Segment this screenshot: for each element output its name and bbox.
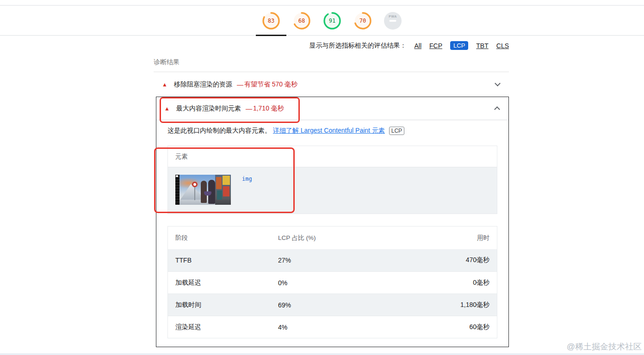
phase-table-head: 阶段 LCP 占比 (%) 用时 bbox=[168, 226, 497, 249]
audit-value: 1,710 毫秒 bbox=[253, 104, 284, 113]
element-table-header: 元素 bbox=[168, 146, 497, 167]
metric-filter-options: AllFCPLCPTBTCLS bbox=[414, 41, 509, 50]
chevron-up-icon[interactable] bbox=[494, 106, 500, 112]
gauge-best-practices[interactable]: 91 bbox=[323, 12, 341, 30]
phase-percent-cell: 69% bbox=[278, 301, 404, 309]
percent-col-header: LCP 占比 (%) bbox=[278, 234, 404, 242]
audit-separator: — bbox=[237, 81, 243, 88]
phase-percent-cell: 4% bbox=[278, 324, 404, 331]
metric-filter-option-all[interactable]: All bbox=[414, 42, 421, 49]
phase-timing-cell: 60毫秒 bbox=[404, 323, 497, 331]
warning-triangle-icon: ▲ bbox=[162, 82, 167, 87]
audit-title: 最大内容渲染时间元素 bbox=[176, 104, 241, 113]
phase-timing-cell: 470毫秒 bbox=[404, 256, 497, 264]
metric-filter-option-tbt[interactable]: TBT bbox=[476, 42, 488, 49]
metric-filter-label: 显示与所选指标相关的评估结果： bbox=[309, 42, 406, 50]
gauge-score: 68 bbox=[292, 12, 311, 30]
element-table-row: img bbox=[168, 167, 497, 214]
phase-percent-cell: 0% bbox=[278, 279, 404, 287]
audit-separator: — bbox=[246, 105, 252, 112]
phase-name-cell: TTFB bbox=[168, 257, 278, 264]
lcp-chip: LCP bbox=[389, 127, 404, 135]
phase-col-header: 阶段 bbox=[168, 234, 278, 242]
gauge-seo[interactable]: 70 bbox=[353, 12, 372, 30]
description-text: 这是此视口内绘制的最大内容元素。 bbox=[167, 127, 271, 134]
lcp-element-thumbnail bbox=[175, 175, 231, 205]
score-header: 83 68 91 70 PWA bbox=[0, 5, 644, 36]
gauge-accessibility[interactable]: 68 bbox=[292, 12, 311, 30]
watermark: @稀土掘金技术社区 bbox=[567, 341, 642, 352]
pwa-badge[interactable]: PWA bbox=[384, 12, 402, 30]
element-table: 元素 img bbox=[167, 146, 497, 214]
score-gauges: 83 68 91 70 PWA bbox=[19, 6, 644, 30]
element-node-tag: img bbox=[242, 176, 252, 182]
metric-filter-option-lcp[interactable]: LCP bbox=[450, 41, 468, 50]
pwa-dash-icon bbox=[390, 20, 396, 22]
diagnostics-heading: 诊断结果 bbox=[154, 58, 509, 66]
phase-name-cell: 加载时间 bbox=[168, 301, 278, 309]
phase-table-row: 加载延迟 0% 0毫秒 bbox=[168, 271, 497, 294]
audit-lcp-element-header[interactable]: ▲ 最大内容渲染时间元素 — 1,710 毫秒 bbox=[156, 97, 508, 120]
chevron-down-icon[interactable] bbox=[495, 80, 501, 86]
phase-table-row: 渲染延迟 4% 60毫秒 bbox=[168, 316, 497, 338]
pwa-label: PWA bbox=[384, 15, 402, 18]
timing-col-header: 用时 bbox=[404, 234, 497, 242]
phase-name-cell: 加载延迟 bbox=[168, 279, 278, 287]
warning-triangle-icon: ▲ bbox=[164, 106, 170, 111]
phase-table-body: TTFB 27% 470毫秒 加载延迟 0% 0毫秒 加载时间 69% 1,18… bbox=[168, 249, 497, 338]
audit-render-blocking-resources[interactable]: ▲ 移除阻塞渲染的资源 — 有望节省 570 毫秒 bbox=[154, 72, 509, 97]
phase-timing-cell: 0毫秒 bbox=[404, 279, 497, 287]
metric-filter-option-cls[interactable]: CLS bbox=[496, 42, 509, 49]
phase-table-row: TTFB 27% 470毫秒 bbox=[168, 249, 497, 271]
gauge-score: 91 bbox=[323, 12, 341, 30]
page-bottom-divider bbox=[0, 354, 644, 355]
phase-percent-cell: 27% bbox=[278, 257, 404, 264]
audit-savings: 有望节省 570 毫秒 bbox=[244, 80, 297, 89]
diagnostics-section: 诊断结果 ▲ 移除阻塞渲染的资源 — 有望节省 570 毫秒 ▲ 最大内容渲染时… bbox=[154, 55, 509, 347]
lcp-phases-table: 阶段 LCP 占比 (%) 用时 TTFB 27% 470毫秒 加载延迟 0% … bbox=[167, 226, 497, 338]
learn-more-link[interactable]: 详细了解 Largest Contentful Paint 元素 bbox=[273, 127, 385, 134]
phase-timing-cell: 1,180毫秒 bbox=[404, 301, 497, 309]
gauge-score: 83 bbox=[262, 12, 280, 30]
audit-title: 移除阻塞渲染的资源 bbox=[174, 80, 232, 89]
audit-description: 这是此视口内绘制的最大内容元素。 详细了解 Largest Contentful… bbox=[156, 120, 508, 141]
phase-table-row: 加载时间 69% 1,180毫秒 bbox=[168, 294, 497, 316]
gauge-score: 70 bbox=[353, 12, 372, 30]
audit-lcp-element-panel: ▲ 最大内容渲染时间元素 — 1,710 毫秒 这是此视口内绘制的最大内容元素。… bbox=[156, 97, 509, 347]
gauge-performance[interactable]: 83 bbox=[262, 12, 280, 30]
metric-filter: 显示与所选指标相关的评估结果： AllFCPLCPTBTCLS bbox=[154, 41, 509, 50]
metric-filter-option-fcp[interactable]: FCP bbox=[429, 42, 442, 49]
phase-name-cell: 渲染延迟 bbox=[168, 323, 278, 331]
